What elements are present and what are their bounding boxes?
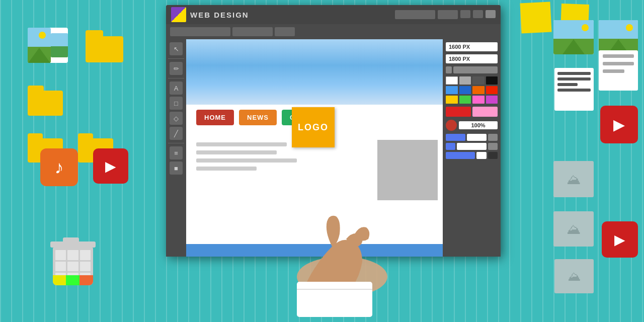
close-button[interactable] bbox=[486, 10, 496, 18]
folder-icon-2 bbox=[28, 86, 63, 115]
zoom-dot bbox=[446, 120, 457, 131]
content-line-1 bbox=[196, 142, 287, 146]
image-placeholder-right-2 bbox=[553, 211, 594, 247]
color-palette bbox=[446, 76, 498, 104]
slider-1-blue[interactable] bbox=[446, 134, 465, 141]
play-icon-bottom-right[interactable] bbox=[602, 221, 638, 258]
zoom-percentage[interactable]: 100% bbox=[459, 121, 498, 129]
slider-handle-1[interactable] bbox=[446, 66, 452, 73]
slider-row-1 bbox=[446, 66, 498, 73]
image-icon-top-left bbox=[28, 28, 68, 63]
color-pink[interactable] bbox=[472, 96, 485, 104]
window-controls bbox=[395, 10, 496, 19]
folder-icon-1 bbox=[86, 30, 123, 60]
tool-pointer[interactable]: ↖ bbox=[170, 42, 183, 55]
color-yellow[interactable] bbox=[446, 96, 458, 104]
tool-layers[interactable]: ≡ bbox=[170, 146, 183, 159]
slider-3-white[interactable] bbox=[476, 152, 486, 159]
trash-can[interactable] bbox=[53, 242, 93, 289]
document-icon-right bbox=[554, 68, 594, 111]
music-icon[interactable] bbox=[40, 148, 78, 186]
color-purple[interactable] bbox=[486, 96, 498, 104]
tool-separator-3 bbox=[168, 143, 184, 143]
color-darkgray[interactable] bbox=[472, 76, 485, 85]
tool-fill[interactable]: ■ bbox=[170, 162, 183, 175]
swatch-pink[interactable] bbox=[472, 107, 498, 117]
sticky-note-yellow-1 bbox=[520, 2, 551, 33]
toolbar-segment-2 bbox=[438, 10, 458, 19]
app-title: WEB DESIGN bbox=[190, 11, 391, 19]
color-red[interactable] bbox=[486, 86, 498, 94]
slider-2-blue[interactable] bbox=[446, 143, 455, 150]
content-lines bbox=[196, 142, 297, 171]
toolbar-menu-1[interactable] bbox=[170, 27, 230, 36]
zoom-row: 100% bbox=[446, 120, 498, 131]
toolbar-menu-3[interactable] bbox=[275, 27, 295, 36]
toolbar-segment-1 bbox=[395, 10, 435, 19]
image-placeholder-right-1 bbox=[553, 161, 594, 197]
tool-pen[interactable]: ✏ bbox=[170, 62, 183, 75]
canvas-header bbox=[186, 39, 443, 105]
swatch-row bbox=[446, 107, 498, 117]
image-placeholder-right-3 bbox=[554, 259, 594, 293]
tool-separator-2 bbox=[168, 78, 184, 78]
toolbar bbox=[166, 24, 501, 39]
slider-3-blue[interactable] bbox=[446, 152, 475, 159]
slider-track-1[interactable] bbox=[453, 66, 498, 73]
color-blue[interactable] bbox=[459, 86, 471, 94]
slider-2 bbox=[446, 143, 498, 150]
slider-1-gray[interactable] bbox=[488, 134, 498, 141]
slider-3-dark[interactable] bbox=[488, 152, 498, 159]
slider-2-gray[interactable] bbox=[488, 143, 498, 150]
image-icon-top-right-2 bbox=[599, 20, 638, 54]
color-orange[interactable] bbox=[472, 86, 485, 94]
title-bar: WEB DESIGN bbox=[166, 5, 501, 24]
swatch-red[interactable] bbox=[446, 107, 471, 117]
slider-3 bbox=[446, 152, 498, 159]
paper-icon-right bbox=[599, 50, 638, 91]
tools-panel: ↖ ✏ A □ ◇ ╱ ≡ ■ bbox=[166, 39, 186, 257]
content-line-4 bbox=[196, 167, 257, 171]
play-icon-left[interactable] bbox=[93, 148, 128, 184]
canvas-placeholder-box bbox=[377, 140, 438, 200]
logo-sticky-note[interactable]: LOGO bbox=[292, 107, 335, 147]
canvas-footer bbox=[186, 244, 443, 257]
toolbar-menu-2[interactable] bbox=[232, 27, 273, 36]
app-logo bbox=[171, 7, 186, 22]
app-content: ↖ ✏ A □ ◇ ╱ ≡ ■ HOME NEWS CONTACT LOGO bbox=[166, 39, 501, 257]
nav-home-button[interactable]: HOME bbox=[196, 110, 234, 125]
canvas-area[interactable]: HOME NEWS CONTACT LOGO bbox=[186, 39, 443, 257]
color-white[interactable] bbox=[446, 76, 458, 85]
content-line-3 bbox=[196, 158, 297, 163]
color-lightblue[interactable] bbox=[446, 86, 458, 94]
tool-line[interactable]: ╱ bbox=[170, 127, 183, 140]
color-green[interactable] bbox=[459, 96, 471, 104]
app-window: WEB DESIGN ↖ ✏ A □ ◇ ╱ ≡ ■ bbox=[166, 5, 501, 257]
slider-1 bbox=[446, 134, 498, 141]
height-input[interactable]: 1800 PX bbox=[446, 54, 498, 63]
tool-rectangle[interactable]: □ bbox=[170, 97, 183, 110]
content-line-2 bbox=[196, 150, 277, 154]
sliders-area bbox=[446, 134, 498, 159]
slider-2-white[interactable] bbox=[457, 143, 486, 150]
image-icon-top-right-1 bbox=[553, 20, 594, 54]
minimize-button[interactable] bbox=[460, 10, 470, 18]
color-black[interactable] bbox=[486, 76, 498, 85]
slider-1-white[interactable] bbox=[467, 134, 487, 141]
width-input[interactable]: 1600 PX bbox=[446, 42, 498, 51]
tool-diamond[interactable]: ◇ bbox=[170, 112, 183, 125]
tool-text[interactable]: A bbox=[170, 82, 183, 95]
play-icon-right[interactable] bbox=[600, 106, 638, 143]
maximize-button[interactable] bbox=[473, 10, 483, 18]
properties-panel: 1600 PX 1800 PX bbox=[443, 39, 501, 257]
nav-news-button[interactable]: NEWS bbox=[239, 110, 277, 125]
tool-separator-1 bbox=[168, 58, 184, 59]
color-lightgray[interactable] bbox=[459, 76, 471, 85]
